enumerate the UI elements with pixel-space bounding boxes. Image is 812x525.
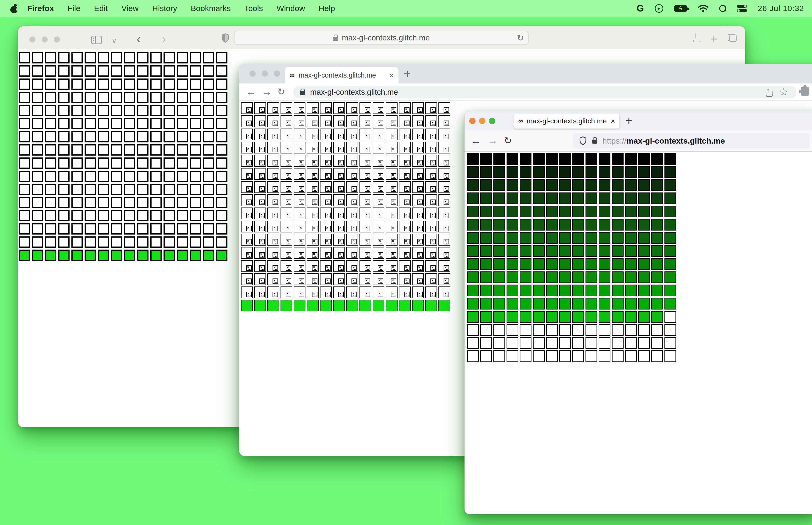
spotlight-search-icon[interactable] xyxy=(719,5,726,12)
grid-cell: × xyxy=(294,260,305,272)
grid-cell: × xyxy=(386,286,398,298)
broken-image-icon: × xyxy=(365,213,370,218)
chevron-down-icon[interactable]: ∨ xyxy=(112,37,117,45)
grid-cell xyxy=(177,197,188,208)
grid-cell: × xyxy=(333,168,345,180)
grid-cell xyxy=(546,245,558,257)
grid-cell: × xyxy=(333,155,345,167)
glitch-favicon: ∞ xyxy=(518,117,523,125)
broken-image-icon: × xyxy=(286,226,291,231)
firefox-reload-button[interactable]: ↻ xyxy=(504,135,512,146)
grid-cell xyxy=(124,210,135,221)
apple-menu-icon[interactable] xyxy=(10,4,18,13)
grid-cell xyxy=(177,184,188,195)
chrome-active-tab[interactable]: ∞ max-gl-contexts.glitch.me × xyxy=(285,67,398,84)
menu-app-name[interactable]: Firefox xyxy=(27,4,54,13)
firefox-minimize-button[interactable] xyxy=(479,118,486,124)
menu-item-help[interactable]: Help xyxy=(319,4,335,13)
safari-new-tab-button[interactable]: + xyxy=(710,32,717,46)
broken-image-icon: × xyxy=(312,107,318,113)
tab-overview-icon[interactable] xyxy=(727,34,737,42)
safari-back-button[interactable]: ‹ xyxy=(137,31,141,46)
firefox-tab-close-icon[interactable]: × xyxy=(611,117,615,125)
grid-cell: × xyxy=(346,129,358,140)
grid-cell: × xyxy=(439,142,450,153)
grid-cell: × xyxy=(320,194,332,206)
grid-cell: × xyxy=(280,102,292,114)
grid-cell xyxy=(533,219,545,230)
grid-cell xyxy=(216,223,227,235)
tracking-shield-icon[interactable] xyxy=(579,136,586,145)
broken-image-icon: × xyxy=(365,291,370,297)
chrome-minimize-button[interactable] xyxy=(262,71,268,77)
grid-cell xyxy=(45,144,56,155)
safari-reload-button[interactable]: ↻ xyxy=(517,33,524,43)
menu-item-history[interactable]: History xyxy=(152,4,177,13)
grid-cell xyxy=(98,236,109,248)
menu-item-bookmarks[interactable]: Bookmarks xyxy=(191,4,231,13)
chrome-close-button[interactable] xyxy=(249,71,256,77)
firefox-back-button[interactable]: ← xyxy=(471,135,481,146)
chrome-reload-button[interactable]: ↻ xyxy=(277,86,285,97)
menu-item-edit[interactable]: Edit xyxy=(94,4,108,13)
menu-item-view[interactable]: View xyxy=(121,4,139,13)
firefox-forward-button[interactable]: → xyxy=(488,135,498,146)
broken-image-icon: × xyxy=(246,160,251,165)
grid-cell xyxy=(241,300,253,311)
chrome-back-button[interactable]: ← xyxy=(246,86,256,97)
share-icon[interactable]: ← xyxy=(766,88,773,96)
firefox-active-tab[interactable]: ∞ max-gl-contexts.glitch.me/ × xyxy=(514,114,619,129)
safari-zoom-button[interactable] xyxy=(54,36,60,43)
sidebar-toggle-icon[interactable] xyxy=(91,36,102,44)
menu-item-window[interactable]: Window xyxy=(277,4,305,13)
grid-cell: × xyxy=(373,155,384,167)
menu-clock[interactable]: 26 Jul 10:32 xyxy=(758,4,804,13)
grid-cell xyxy=(124,158,135,169)
broken-image-icon: × xyxy=(246,239,251,244)
safari-close-button[interactable] xyxy=(29,36,35,43)
broken-image-icon: × xyxy=(352,279,357,284)
battery-charging-icon[interactable]: ϟ xyxy=(674,5,687,12)
grid-cell: × xyxy=(399,115,411,127)
menu-item-file[interactable]: File xyxy=(67,4,80,13)
privacy-shield-icon[interactable] xyxy=(221,33,230,43)
chrome-new-tab-button[interactable]: + xyxy=(404,67,411,81)
grid-cell: × xyxy=(333,286,345,298)
safari-forward-button[interactable]: › xyxy=(162,31,166,46)
grid-cell: × xyxy=(241,286,253,298)
firefox-url-field[interactable]: https:// max-gl-contexts.glitch.me xyxy=(573,133,810,148)
control-center-icon[interactable] xyxy=(737,5,747,12)
grid-cell: × xyxy=(425,102,437,114)
grid-cell: × xyxy=(254,221,266,232)
safari-url-field[interactable]: max-gl-contexts.glitch.me ↻ xyxy=(234,31,528,45)
chrome-zoom-button[interactable] xyxy=(274,71,280,77)
broken-image-icon: × xyxy=(391,121,396,126)
wifi-icon[interactable] xyxy=(698,5,708,12)
chrome-url-field[interactable]: max-gl-contexts.glitch.me ← ☆ xyxy=(293,86,796,99)
share-icon[interactable]: ← xyxy=(693,33,700,42)
grid-cell xyxy=(572,245,584,257)
grid-cell xyxy=(98,250,109,261)
grid-cell xyxy=(467,219,479,230)
google-g-icon[interactable]: G xyxy=(637,3,644,14)
grid-cell xyxy=(520,232,532,244)
grid-cell: × xyxy=(412,181,424,193)
chrome-tab-title: max-gl-contexts.glitch.me xyxy=(298,72,385,79)
broken-image-icon: × xyxy=(378,265,383,271)
firefox-zoom-button[interactable] xyxy=(489,118,495,124)
broken-image-icon: × xyxy=(444,279,449,284)
grid-cell xyxy=(585,206,597,217)
firefox-close-button[interactable] xyxy=(469,118,476,124)
firefox-new-tab-button[interactable]: + xyxy=(626,114,632,127)
extensions-puzzle-icon[interactable] xyxy=(801,87,809,96)
grid-cell xyxy=(32,250,43,261)
grid-cell: × xyxy=(333,273,345,285)
play-circle-icon[interactable]: ▶ xyxy=(655,4,663,13)
menu-item-tools[interactable]: Tools xyxy=(244,4,263,13)
chrome-tab-close-icon[interactable]: × xyxy=(389,71,394,80)
grid-cell xyxy=(546,258,558,270)
grid-cell xyxy=(612,350,624,362)
bookmark-star-icon[interactable]: ☆ xyxy=(779,86,788,98)
safari-minimize-button[interactable] xyxy=(42,36,48,43)
chrome-forward-button[interactable]: → xyxy=(262,86,272,97)
